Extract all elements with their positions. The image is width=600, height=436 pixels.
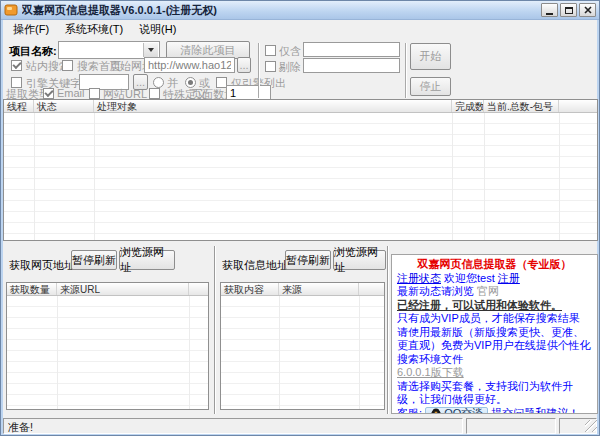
app-icon[interactable] [4,3,18,17]
info-list-body [221,296,384,409]
column-fetch-content[interactable]: 获取内容 [221,283,279,295]
column-done-count[interactable]: 完成数 [452,100,484,112]
register-status-link[interactable]: 注册状态 [397,272,441,284]
official-site-link[interactable]: 官网 [477,285,499,297]
form-separator-1 [258,43,259,98]
minimize-button[interactable] [541,3,558,17]
qq-penguin-icon [430,408,442,415]
menu-bar: 操作(F) 系统环境(T) 说明(H) [3,22,597,37]
latest-version-line: 请使用最新版（新版搜索更快、更准、更直观）免费为VIP用户在线提供个性化搜索环境… [397,326,592,367]
title-bar: 双嘉网页信息提取器V6.0.0.1-(注册无权) [1,1,599,20]
grid-line [34,113,35,240]
buy-line: 请选择购买套餐，支持我们为软件升级，让我们做得更好。 [397,380,592,407]
news-line: 最新动态请浏览 官网 [397,285,592,299]
exclude-checkbox[interactable] [265,61,276,72]
register-link[interactable]: 注册 [498,272,520,284]
stop-button[interactable]: 停止 [410,77,451,96]
search-home-checkbox[interactable] [62,60,73,71]
column-blank [359,283,384,295]
email-checkbox[interactable] [43,88,54,99]
email-label: Email [57,87,85,99]
register-status-line: 注册状态 欢迎您test 注册 [397,272,592,286]
start-button[interactable]: 开始 [410,43,451,70]
thread-list-body [4,113,597,240]
app-window: 双嘉网页信息提取器V6.0.0.1-(注册无权) 操作(F) 系统环境(T) 说… [0,0,600,436]
url-view-source-button[interactable]: 浏览源网址 [119,250,175,270]
vip-line: 只有成为VIP成员，才能保存搜索结果 [397,312,592,326]
info-view-source-button[interactable]: 浏览源网址 [333,250,386,270]
grid-line [57,296,58,409]
column-status[interactable]: 状态 [34,100,94,112]
start-url-input[interactable] [144,57,235,73]
column-target[interactable]: 处理对象 [94,100,452,112]
grid-line [452,113,453,240]
info-list-header: 获取内容 来源 [221,283,384,296]
grid-line [359,296,360,409]
vertical-splitter-1-highlight [215,246,216,414]
vertical-splitter-2-highlight [388,246,389,414]
status-ready: 准备! [3,418,463,434]
resize-grip[interactable] [585,420,597,432]
site-search-checkbox[interactable] [11,60,22,71]
site-url-checkbox[interactable] [89,88,100,99]
special-define-checkbox[interactable] [149,88,160,99]
column-current-total[interactable]: 当前.总数-包号 [484,100,559,112]
maximize-button[interactable] [560,3,577,17]
chevron-down-icon [148,48,154,52]
window-controls [541,3,596,17]
promo-panel: 双嘉网页信息提取器（专业版） 注册状态 欢迎您test 注册 最新动态请浏览 官… [391,254,598,414]
column-blank [559,100,597,112]
status-bar: 准备! [3,418,597,434]
form-separator-2 [405,43,406,98]
thread-list[interactable]: 线程 状态 处理对象 完成数 当前.总数-包号 [3,99,598,241]
thread-list-header: 线程 状态 处理对象 完成数 当前.总数-包号 [4,100,597,113]
maximize-icon [565,7,573,14]
menu-help[interactable]: 说明(H) [133,21,182,38]
news-text: 最新动态请浏览 [397,285,474,297]
grid-line [279,296,280,409]
service-label: 客服: [397,407,422,414]
only-contain-label: 仅含 [279,44,301,59]
download-line: 6.0.0.1版下载 [397,366,592,380]
column-fetch-count[interactable]: 获取数量 [7,283,57,295]
download-link[interactable]: 6.0.0.1版下载 [397,366,464,378]
column-source-url[interactable]: 来源URL [57,283,189,295]
info-list[interactable]: 获取内容 来源 [220,282,385,410]
column-source[interactable]: 来源 [279,283,359,295]
only-contain-input[interactable] [303,42,400,57]
url-list-header: 获取数量 来源URL [7,283,208,296]
url-pause-refresh-button[interactable]: 暂停刷新 [71,250,117,270]
exclude-label: 剔除 [279,60,301,75]
welcome-text: 欢迎您test [444,272,495,284]
minimize-icon [546,13,553,15]
column-blank [189,283,208,295]
grid-line [94,113,95,240]
menu-system-env[interactable]: 系统环境(T) [59,21,129,38]
page-count-input[interactable] [226,85,271,100]
feedback-link[interactable]: 提交问题和建议！ [491,407,579,414]
close-button[interactable] [579,3,596,17]
grid-line [559,113,560,240]
qq-chat-button[interactable]: QQ交谈 [425,407,488,415]
project-name-label: 项目名称: [9,44,57,59]
window-title: 双嘉网页信息提取器V6.0.0.1-(注册无权) [22,3,541,18]
close-icon [584,6,592,14]
grid-line [189,296,190,409]
info-pause-refresh-button[interactable]: 暂停刷新 [285,250,331,270]
combobox-dropdown-button[interactable] [143,43,158,57]
browse-url-button[interactable]: ... [237,57,251,73]
menu-operation[interactable]: 操作(F) [7,21,55,38]
registered-line: 已经注册，可以试用和体验软件。 [397,299,592,313]
only-contain-checkbox[interactable] [265,45,276,56]
exclude-input[interactable] [303,58,400,73]
url-list[interactable]: 获取数量 来源URL [6,282,209,410]
url-list-body [7,296,208,409]
grid-line [484,113,485,240]
promo-title: 双嘉网页信息提取器（专业版） [397,258,592,272]
column-thread[interactable]: 线程 [4,100,34,112]
qq-chat-label: QQ交谈 [444,407,483,414]
status-section-2 [466,418,556,434]
service-line: 客服: QQ交谈 提交问题和建议！ 获取使用帮助 [397,407,592,415]
